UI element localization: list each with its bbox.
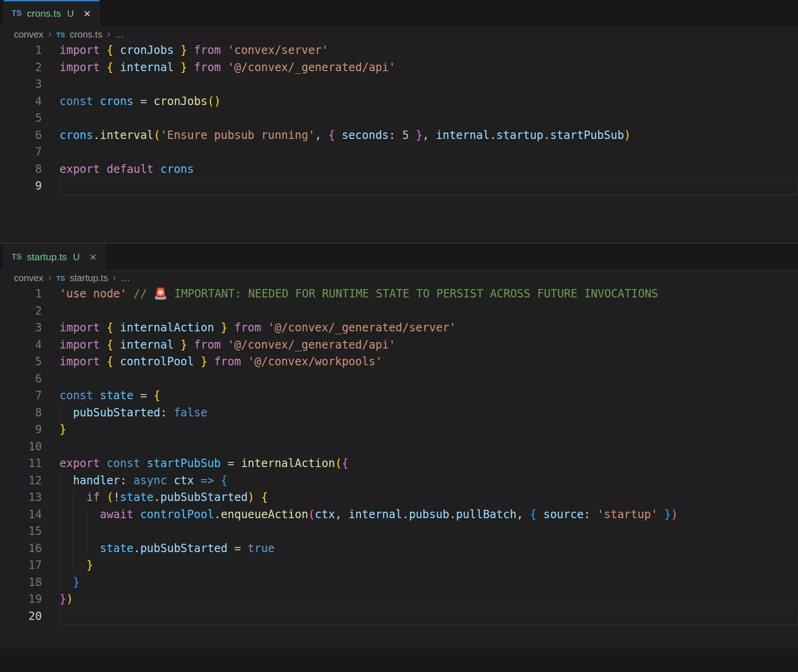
- code-line[interactable]: 9: [0, 178, 798, 195]
- code-line[interactable]: 9}: [0, 421, 798, 438]
- code-token: [113, 355, 120, 368]
- code-line-content[interactable]: [60, 608, 798, 625]
- code-token: pubsub: [409, 508, 449, 521]
- code-line[interactable]: 1'use node' // 🚨 IMPORTANT: NEEDED FOR R…: [0, 285, 798, 303]
- breadcrumb-folder[interactable]: convex: [14, 29, 43, 40]
- code-token: ): [66, 593, 73, 606]
- code-token: internalAction: [120, 321, 214, 334]
- code-token: {: [106, 338, 113, 351]
- code-line-content[interactable]: import { internal } from '@/convex/_gene…: [60, 59, 798, 76]
- close-icon[interactable]: ×: [84, 7, 91, 20]
- line-number: 1: [0, 42, 42, 59]
- code-line[interactable]: 6: [0, 370, 798, 388]
- code-line-content[interactable]: export default crons: [60, 161, 798, 178]
- code-token: '@/convex/_generated/api': [227, 338, 395, 351]
- code-token: import: [60, 355, 100, 368]
- code-line[interactable]: 2: [0, 303, 798, 320]
- code-line[interactable]: 18 }: [0, 574, 798, 591]
- editor-group-startup: TS startup.ts U × convex › TS startup.ts…: [0, 244, 798, 648]
- code-line[interactable]: 4const crons = cronJobs(): [0, 93, 798, 110]
- tab-crons-ts[interactable]: TS crons.ts U ×: [4, 0, 100, 27]
- code-line-content[interactable]: import { controlPool } from '@/convex/wo…: [60, 353, 798, 370]
- code-line-content[interactable]: [60, 178, 798, 195]
- code-line[interactable]: 7const state = {: [0, 387, 798, 404]
- code-line-content[interactable]: export const startPubSub = internalActio…: [60, 455, 798, 472]
- code-line[interactable]: 17 }: [0, 557, 798, 574]
- code-line[interactable]: 8 pubSubStarted: false: [0, 404, 798, 422]
- code-token: [221, 44, 227, 57]
- code-line-content[interactable]: handler: async ctx => {: [60, 472, 798, 489]
- line-number: 7: [0, 387, 42, 404]
- code-area[interactable]: 1import { cronJobs } from 'convex/server…: [0, 42, 798, 243]
- code-token: [113, 44, 120, 57]
- code-line[interactable]: 16 state.pubSubStarted = true: [0, 540, 798, 557]
- code-token: [167, 474, 173, 487]
- code-line-content[interactable]: [60, 370, 798, 388]
- code-line[interactable]: 8export default crons: [0, 161, 798, 178]
- code-line[interactable]: 3: [0, 76, 798, 93]
- code-token: .: [449, 508, 456, 521]
- line-number: 17: [0, 557, 42, 574]
- code-line-content[interactable]: }: [60, 421, 798, 438]
- line-number: 13: [0, 489, 42, 506]
- close-icon[interactable]: ×: [90, 251, 97, 263]
- code-line-content[interactable]: [60, 303, 798, 320]
- line-number: 6: [0, 370, 42, 388]
- indent-guide: [60, 489, 60, 506]
- code-line-content[interactable]: 'use node' // 🚨 IMPORTANT: NEEDED FOR RU…: [60, 285, 798, 303]
- code-line-content[interactable]: [60, 144, 798, 161]
- indent-guide: [60, 404, 60, 422]
- code-line[interactable]: 5import { controlPool } from '@/convex/w…: [0, 353, 798, 370]
- code-line[interactable]: 20: [0, 608, 798, 625]
- code-line-content[interactable]: [60, 110, 798, 127]
- code-line-content[interactable]: const crons = cronJobs(): [60, 93, 798, 110]
- code-line-content[interactable]: await controlPool.enqueueAction(ctx, int…: [60, 506, 798, 523]
- code-line[interactable]: 11export const startPubSub = internalAct…: [0, 455, 798, 472]
- line-number: 1: [0, 285, 42, 303]
- breadcrumb-file[interactable]: startup.ts: [70, 273, 108, 283]
- code-line-content[interactable]: state.pubSubStarted = true: [60, 540, 798, 557]
- code-line[interactable]: 19}): [0, 591, 798, 608]
- code-line-content[interactable]: const state = {: [60, 387, 798, 404]
- code-line-content[interactable]: import { internal } from '@/convex/_gene…: [60, 336, 798, 354]
- code-line-content[interactable]: [60, 76, 798, 93]
- code-token: if: [86, 491, 100, 504]
- code-line-content[interactable]: crons.interval('Ensure pubsub running', …: [60, 127, 798, 144]
- code-token: =>: [200, 474, 214, 487]
- code-line[interactable]: 12 handler: async ctx => {: [0, 472, 798, 489]
- code-line[interactable]: 10: [0, 438, 798, 455]
- code-token: 'startup': [597, 508, 658, 521]
- code-line[interactable]: 15: [0, 523, 798, 540]
- code-line-content[interactable]: import { cronJobs } from 'convex/server': [60, 42, 798, 59]
- code-line[interactable]: 7: [0, 144, 798, 161]
- code-line-content[interactable]: }: [60, 574, 798, 591]
- code-line[interactable]: 14 await controlPool.enqueueAction(ctx, …: [0, 506, 798, 523]
- breadcrumb-folder[interactable]: convex: [14, 273, 43, 283]
- code-token: {: [106, 355, 113, 368]
- code-token: internalAction: [241, 457, 335, 470]
- code-line[interactable]: 13 if (!state.pubSubStarted) {: [0, 489, 798, 506]
- code-line-content[interactable]: pubSubStarted: false: [60, 404, 798, 422]
- code-token: async: [133, 474, 167, 487]
- tab-startup-ts[interactable]: TS startup.ts U ×: [4, 244, 106, 270]
- code-token: controlPool: [120, 355, 194, 368]
- code-area[interactable]: 1'use node' // 🚨 IMPORTANT: NEEDED FOR R…: [0, 285, 798, 648]
- code-line-content[interactable]: [60, 523, 798, 540]
- breadcrumb-ellipsis[interactable]: …: [120, 273, 130, 283]
- code-line[interactable]: 3import { internalAction } from '@/conve…: [0, 319, 798, 336]
- code-line-content[interactable]: if (!state.pubSubStarted) {: [60, 489, 798, 506]
- code-line[interactable]: 4import { internal } from '@/convex/_gen…: [0, 336, 798, 354]
- code-line-content[interactable]: }): [60, 591, 798, 608]
- code-token: [93, 95, 100, 108]
- code-line-content[interactable]: }: [60, 557, 798, 574]
- breadcrumb-file[interactable]: crons.ts: [70, 29, 102, 40]
- code-line-content[interactable]: import { internalAction } from '@/convex…: [60, 319, 798, 336]
- code-text: export default crons: [60, 163, 194, 176]
- code-line[interactable]: 1import { cronJobs } from 'convex/server…: [0, 42, 798, 59]
- code-line[interactable]: 2import { internal } from '@/convex/_gen…: [0, 59, 798, 76]
- breadcrumb-ellipsis[interactable]: …: [115, 29, 124, 40]
- code-line-content[interactable]: [60, 438, 798, 455]
- code-line[interactable]: 5: [0, 110, 798, 127]
- tab-bar-bottom: TS startup.ts U ×: [0, 244, 798, 270]
- code-line[interactable]: 6crons.interval('Ensure pubsub running',…: [0, 127, 798, 144]
